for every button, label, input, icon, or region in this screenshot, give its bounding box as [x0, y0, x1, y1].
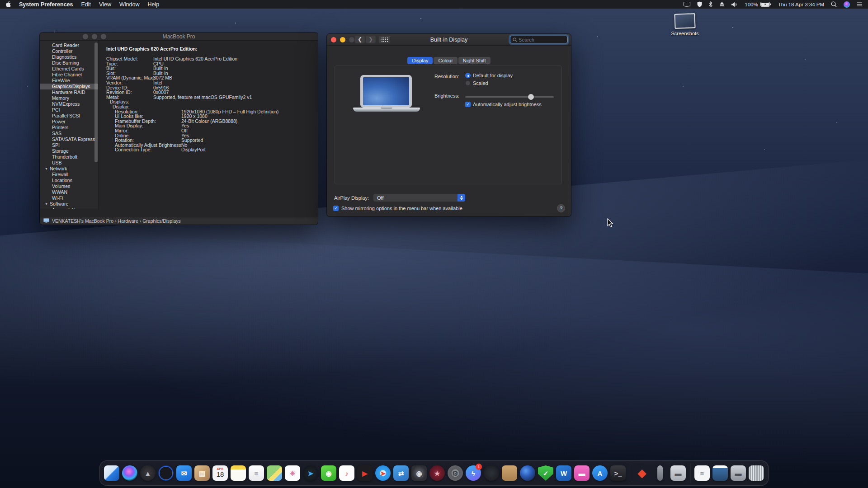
sysinfo-sidebar-item[interactable]: USB	[40, 160, 98, 166]
apple-menu-icon[interactable]	[5, 1, 11, 8]
sysinfo-sidebar-item[interactable]: PCI	[40, 107, 98, 113]
dock-terminal-icon[interactable]: >_	[610, 465, 626, 481]
help-button[interactable]: ?	[557, 204, 565, 212]
sysinfo-sidebar-item[interactable]: SATA/SATA Express	[40, 136, 98, 142]
sysinfo-sidebar-item[interactable]: Thunderbolt	[40, 154, 98, 160]
sysinfo-sidebar-item[interactable]: Diagnostics	[40, 54, 98, 60]
sidebar-scrollbar[interactable]	[94, 42, 98, 205]
spotlight-icon[interactable]	[831, 1, 837, 7]
sysinfo-sidebar-item[interactable]: Locations	[40, 178, 98, 183]
sysinfo-sidebar-item[interactable]: FireWire	[40, 78, 98, 84]
dock-item[interactable]: W	[556, 463, 572, 483]
dock-photo-booth-icon[interactable]: ◉	[411, 465, 427, 481]
radio-on-icon[interactable]	[465, 73, 471, 78]
sysinfo-sidebar-item[interactable]: WWAN	[40, 189, 98, 195]
sysinfo-sidebar-item[interactable]: Wi-Fi	[40, 195, 98, 201]
dock-github-icon[interactable]	[484, 465, 499, 481]
dock-books-icon[interactable]: ▤	[194, 465, 210, 481]
dock-item[interactable]: APR 18	[212, 463, 228, 483]
sysinfo-sidebar-item[interactable]: Storage	[40, 148, 98, 154]
dock-finder-icon[interactable]	[104, 465, 119, 481]
dock-file-transfer-icon[interactable]: ⇄	[393, 465, 409, 481]
checkbox-checked-icon[interactable]: ✓	[465, 102, 471, 107]
dock-item[interactable]: ♪	[339, 463, 355, 483]
dock-item[interactable]: ▲	[140, 463, 156, 483]
dock-item[interactable]: ▬	[670, 463, 686, 483]
mirroring-checkbox-row[interactable]: ✓ Show mirroring options in the menu bar…	[333, 206, 462, 211]
dock-item[interactable]: ▬	[730, 463, 746, 483]
dock-item[interactable]	[748, 463, 764, 483]
dock-item[interactable]: ≡	[694, 463, 710, 483]
dock-system-preferences-icon[interactable]: ⚙	[448, 465, 463, 481]
dock-item[interactable]: ✉	[176, 463, 192, 483]
dock-item[interactable]: ★	[429, 463, 445, 483]
sysinfo-sidebar-item[interactable]: Ethernet Cards	[40, 66, 98, 72]
disclosure-triangle-icon[interactable]: ▼	[45, 201, 48, 207]
dock-maps-icon[interactable]	[267, 465, 282, 481]
dock-separator[interactable]	[690, 464, 690, 483]
dock-utility-lamp-icon[interactable]	[657, 465, 663, 481]
dock-item[interactable]	[104, 463, 120, 483]
sysinfo-sidebar-item[interactable]: Graphics/Displays	[40, 84, 98, 89]
sysinfo-titlebar[interactable]: MacBook Pro	[40, 33, 318, 41]
dock-word-icon[interactable]: W	[556, 465, 571, 481]
menu-item[interactable]: View	[99, 1, 111, 8]
dock-separator[interactable]	[630, 464, 630, 483]
sysinfo-sidebar-item[interactable]: Hardware RAID	[40, 89, 98, 95]
desktop-icon-screenshots[interactable]: Screenshots	[670, 14, 700, 36]
dock-item[interactable]	[688, 463, 692, 483]
dock-diamond-app-icon[interactable]: ◆	[634, 465, 650, 481]
airplay-popup-button[interactable]: Off	[373, 193, 466, 202]
shield-icon[interactable]	[697, 1, 702, 7]
menu-item[interactable]: Help	[147, 1, 159, 8]
show-all-preferences-button[interactable]	[379, 36, 390, 43]
dock-facetime-icon[interactable]: ◉	[321, 465, 336, 481]
dock-item[interactable]: A	[592, 463, 608, 483]
dock-item[interactable]: ϟ 1	[465, 463, 481, 483]
sysinfo-sidebar-item[interactable]: Disc Burning	[40, 60, 98, 66]
back-button[interactable]: ❮	[355, 36, 365, 43]
volume-icon[interactable]	[731, 2, 738, 7]
dock-item[interactable]: ▬	[574, 463, 590, 483]
radio-default-for-display[interactable]: Default for display	[465, 73, 513, 78]
menu-item[interactable]: Window	[119, 1, 139, 8]
dock-documents-icon[interactable]: ≡	[694, 465, 710, 481]
siri-icon[interactable]	[844, 1, 850, 8]
sysinfo-sidebar-item[interactable]: SAS	[40, 131, 98, 136]
sysinfo-sidebar-item[interactable]: Parallel SCSI	[40, 113, 98, 119]
bluetooth-icon[interactable]	[709, 1, 712, 7]
scrollbar-thumb[interactable]	[94, 42, 98, 162]
sysinfo-sidebar-item[interactable]: Fibre Channel	[40, 72, 98, 78]
dock-item[interactable]: >_	[610, 463, 626, 483]
sysinfo-sidebar-item[interactable]: SPI	[40, 142, 98, 148]
slider-knob[interactable]	[528, 94, 534, 100]
dock-downloads-folder-icon[interactable]	[502, 465, 517, 481]
dock-music-icon[interactable]: ♪	[339, 465, 354, 481]
radio-off-icon[interactable]	[465, 80, 471, 86]
dock-item[interactable]: ➤	[302, 463, 319, 483]
disclosure-triangle-icon[interactable]: ▼	[45, 166, 48, 172]
dock-print-queue-icon[interactable]: ▬	[731, 465, 746, 481]
dock-item[interactable]	[122, 463, 138, 483]
dock-minimized-window-icon[interactable]	[712, 465, 728, 481]
search-field[interactable]	[510, 36, 568, 43]
dock-notes-icon[interactable]	[231, 465, 246, 481]
dock-textedit-icon[interactable]: ≡	[249, 465, 264, 481]
tab[interactable]: Night Shift	[458, 57, 491, 64]
dock-item[interactable]: ▶	[357, 463, 373, 483]
auto-brightness-checkbox[interactable]: ✓ Automatically adjust brightness	[465, 102, 542, 107]
active-app-name[interactable]: System Preferences	[19, 1, 73, 8]
brightness-slider[interactable]	[465, 94, 554, 100]
screen-mirroring-icon[interactable]	[684, 2, 690, 7]
notification-center-icon[interactable]	[857, 2, 863, 7]
sysinfo-sidebar-item[interactable]: ▼ Network	[40, 166, 98, 172]
sysinfo-sidebar-item[interactable]: Volumes	[40, 183, 98, 189]
sysinfo-sidebar-item[interactable]: Card Reader	[40, 42, 98, 48]
dock-app-store-icon[interactable]: A	[592, 465, 608, 481]
dock-mission-control-icon[interactable]	[158, 465, 174, 481]
dock-item[interactable]: ✳	[284, 463, 301, 483]
dock-item[interactable]: ◉	[411, 463, 427, 483]
dock-printer-icon[interactable]: ▬	[670, 465, 686, 481]
dock-telegram-icon[interactable]: ➤	[303, 465, 318, 481]
dock-item[interactable]: ➤	[375, 463, 391, 483]
